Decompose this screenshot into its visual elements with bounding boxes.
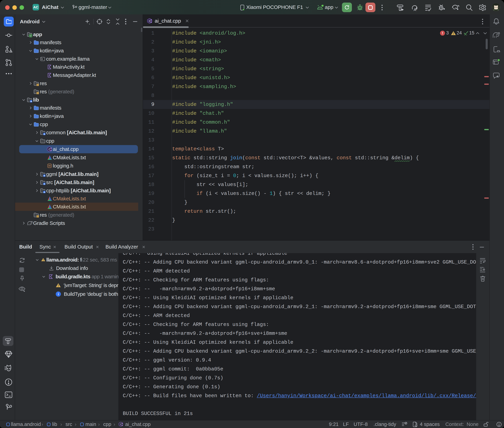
svg-text:C: C	[49, 148, 51, 151]
svg-text:C: C	[149, 19, 151, 23]
svg-text:C: C	[120, 423, 122, 426]
svg-text:A: A	[414, 8, 416, 12]
